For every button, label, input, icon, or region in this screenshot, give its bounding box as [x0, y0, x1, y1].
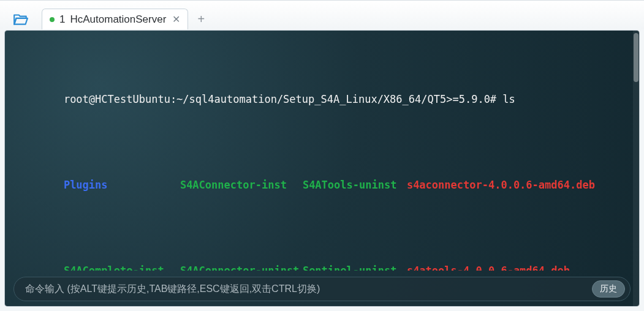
history-button-label: 历史 [600, 283, 617, 294]
ls-entry: S4AComplete-inst [64, 262, 180, 271]
app-window: 1 HcAutomationServer ✕ + root@HCTestUbun… [0, 0, 644, 311]
command-input[interactable] [25, 283, 586, 294]
ls-entry: s4atools-4.0.0.6-amd64.deb [407, 264, 570, 271]
terminal-panel: root@HCTestUbuntu:~/sql4automation/Setup… [5, 31, 639, 306]
command-input-bar: 历史 [13, 277, 631, 301]
command-text: ls [502, 93, 515, 105]
terminal-output[interactable]: root@HCTestUbuntu:~/sql4automation/Setup… [5, 31, 639, 271]
close-tab-button[interactable]: ✕ [171, 13, 181, 25]
scrollbar-thumb[interactable] [634, 33, 638, 82]
tab-hcautomationserver[interactable]: 1 HcAutomationServer ✕ [42, 9, 188, 29]
status-dot-icon [50, 17, 55, 22]
new-tab-button[interactable]: + [191, 9, 211, 29]
terminal-scrollbar[interactable] [633, 31, 639, 306]
folder-open-icon [13, 12, 29, 26]
ls-entry: S4AConnector-inst [180, 176, 303, 193]
open-folder-button[interactable] [2, 9, 39, 29]
tab-bar: 1 HcAutomationServer ✕ + [0, 0, 644, 29]
tab-number: 1 [59, 13, 65, 26]
history-button[interactable]: 历史 [592, 280, 625, 298]
prompt: root@HCTestUbuntu:~/sql4automation/Setup… [64, 93, 502, 105]
ls-entry: S4ATools-uninst [303, 176, 407, 193]
ls-entry: Plugins [64, 176, 180, 193]
ls-entry: Sentinel-uninst [303, 262, 407, 271]
tab-title: HcAutomationServer [70, 13, 166, 26]
ls-entry: S4AConnector-uninst [180, 262, 303, 271]
ls-entry: s4aconnector-4.0.0.6-amd64.deb [407, 179, 595, 191]
